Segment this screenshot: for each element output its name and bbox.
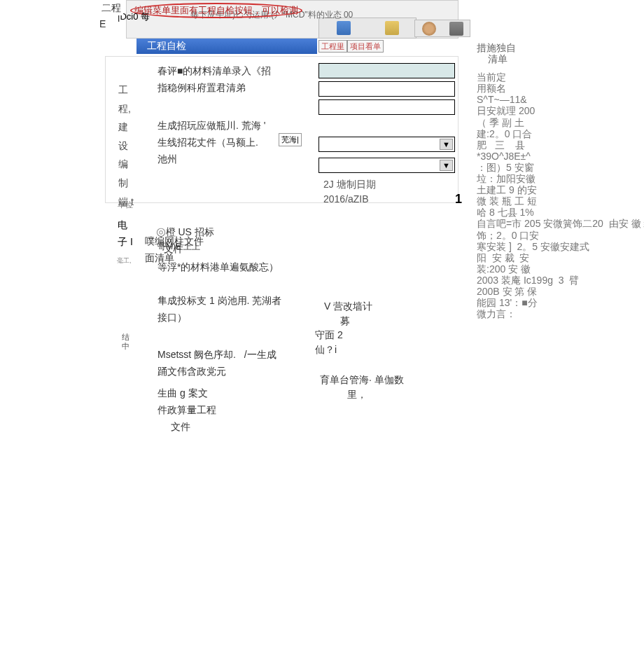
input-field-3[interactable] — [318, 99, 455, 115]
mid-text-6: 隼成投标支 1 岗池用. 芜湖者 接口） — [158, 293, 281, 326]
right-column: 措施独自 清单 当前定 用额名 S^T~—11& 日安就理 200 （ 季 副 … — [477, 42, 536, 319]
tab-2[interactable]: 项目看单 — [347, 40, 384, 53]
right-mid-4: 育单台管海· 单伽数 里， — [320, 373, 404, 402]
corner-label: 二程 — [99, 1, 123, 15]
right-col-body: 当前定 用额名 S^T~—11& 日安就理 200 （ 季 副 土 建:2。0 … — [477, 71, 536, 319]
input-field-2[interactable] — [318, 81, 455, 97]
right-mid-2: V 营改墙计 募 — [321, 299, 372, 328]
select-1[interactable] — [318, 137, 455, 152]
mid-text-8: 生曲 g 案文 件政算量工程 文件 — [158, 385, 216, 435]
corner-label-2: E — [99, 18, 106, 29]
print-icon[interactable] — [449, 22, 463, 36]
date-label: 2J 塘制日期 2016/aZIB — [323, 177, 376, 207]
tab-row: 工程里项目看单 — [318, 41, 384, 52]
select-2[interactable] — [318, 158, 455, 173]
folder-icon[interactable] — [385, 21, 399, 35]
mid-text-1: 春评■的材料清单录入《招 指稳例科府置君清弟 — [158, 63, 271, 97]
right-col-header: 措施独自 清单 — [477, 42, 536, 64]
right-mid-3: 守面 2 仙？i — [315, 328, 343, 357]
save-icon[interactable] — [337, 21, 351, 35]
big-number-1: 1 — [455, 192, 462, 207]
mid-text-7: Msetsst 阙色序却. /一生成 踊文伟含政党元 — [158, 347, 276, 380]
left-unit-label: 单位 — [118, 200, 133, 210]
left-col-2: 电 子 I — [118, 217, 133, 251]
left-col-1: 工 程, 建 设 编 制 端 t — [118, 81, 134, 211]
mid-text-5: 等浮*的材料港单遍氨酸忘） — [158, 259, 279, 276]
left-col-4: 结 中 — [122, 333, 130, 351]
top-annotation: 编辑菜单里面有工程自检按钮，可以检测 — [130, 3, 302, 18]
input-field-1[interactable] — [318, 63, 455, 78]
gear-icon[interactable] — [422, 22, 436, 36]
mid-text-2: 生成招玩应做瓶川. 荒海 ' 生线招花丈件（马额上. 池州 — [158, 118, 265, 167]
mid-text-4b: 哥M)E 上上 — [158, 240, 200, 254]
tab-1[interactable]: 工程里 — [318, 40, 347, 53]
toolbar-icons-2 — [414, 20, 470, 37]
small-label: 芜海| — [279, 133, 302, 146]
left-col-3: 毫工, — [117, 256, 132, 265]
menu-item-selfcheck[interactable]: 工程自检 — [136, 39, 317, 54]
